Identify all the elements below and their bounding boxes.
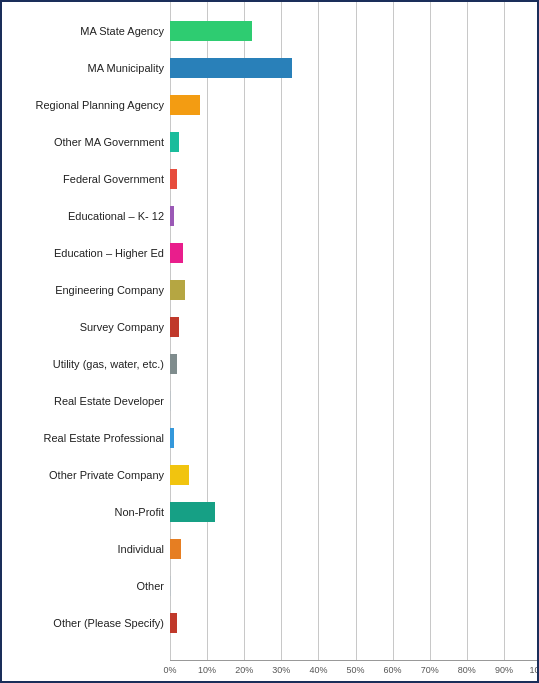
x-tick-label: 90% — [495, 665, 513, 675]
bar-area — [170, 345, 539, 382]
table-row: Federal Government — [2, 160, 539, 197]
table-row: Utility (gas, water, etc.) — [2, 345, 539, 382]
table-row: Regional Planning Agency — [2, 86, 539, 123]
bar — [170, 243, 183, 263]
bar-area — [170, 382, 539, 419]
x-tick-label: 0% — [163, 665, 176, 675]
bar-label: MA Municipality — [2, 62, 170, 74]
bar-label: Other Private Company — [2, 469, 170, 481]
bar-area — [170, 234, 539, 271]
bar — [170, 280, 185, 300]
bar-area — [170, 160, 539, 197]
bar-label: Real Estate Developer — [2, 395, 170, 407]
x-tick-label: 20% — [235, 665, 253, 675]
bar — [170, 58, 292, 78]
bar-label: Utility (gas, water, etc.) — [2, 358, 170, 370]
bar-area — [170, 49, 539, 86]
bar-label: Other (Please Specify) — [2, 617, 170, 629]
table-row: MA Municipality — [2, 49, 539, 86]
bar-label: MA State Agency — [2, 25, 170, 37]
bar — [170, 539, 181, 559]
table-row: Survey Company — [2, 308, 539, 345]
bar-area — [170, 86, 539, 123]
x-tick-label: 30% — [272, 665, 290, 675]
bar-area — [170, 123, 539, 160]
table-row: Engineering Company — [2, 271, 539, 308]
bar — [170, 428, 174, 448]
x-tick-label: 80% — [458, 665, 476, 675]
bar-area — [170, 604, 539, 641]
x-tick-label: 60% — [384, 665, 402, 675]
bar — [170, 613, 177, 633]
x-tick-label: 10% — [198, 665, 216, 675]
bar-area — [170, 493, 539, 530]
table-row: Individual — [2, 530, 539, 567]
x-tick-label: 70% — [421, 665, 439, 675]
table-row: Other (Please Specify) — [2, 604, 539, 641]
table-row: Non-Profit — [2, 493, 539, 530]
table-row: Real Estate Professional — [2, 419, 539, 456]
x-tick-label: 100% — [529, 665, 539, 675]
table-row: Other MA Government — [2, 123, 539, 160]
table-row: Real Estate Developer — [2, 382, 539, 419]
bar-label: Engineering Company — [2, 284, 170, 296]
bar-area — [170, 271, 539, 308]
bar-label: Regional Planning Agency — [2, 99, 170, 111]
bar — [170, 206, 174, 226]
bar-area — [170, 456, 539, 493]
table-row: Education – Higher Ed — [2, 234, 539, 271]
table-row: MA State Agency — [2, 12, 539, 49]
bar-area — [170, 197, 539, 234]
bar-label: Education – Higher Ed — [2, 247, 170, 259]
bar — [170, 354, 177, 374]
bar-label: Other MA Government — [2, 136, 170, 148]
bar — [170, 391, 171, 411]
bar-area — [170, 12, 539, 49]
bar — [170, 502, 215, 522]
bar-label: Individual — [2, 543, 170, 555]
bar-label: Non-Profit — [2, 506, 170, 518]
table-row: Other Private Company — [2, 456, 539, 493]
x-tick-label: 40% — [309, 665, 327, 675]
bar — [170, 21, 252, 41]
bar-area — [170, 419, 539, 456]
bar-label: Other — [2, 580, 170, 592]
bar-label: Real Estate Professional — [2, 432, 170, 444]
bar — [170, 465, 189, 485]
bar-area — [170, 567, 539, 604]
bar — [170, 95, 200, 115]
chart-container: MA State AgencyMA MunicipalityRegional P… — [2, 2, 539, 683]
bar — [170, 576, 171, 596]
x-axis: 0%10%20%30%40%50%60%70%80%90%100% — [170, 660, 539, 683]
bar-label: Survey Company — [2, 321, 170, 333]
bar-label: Educational – K- 12 — [2, 210, 170, 222]
x-tick-label: 50% — [346, 665, 364, 675]
rows-container: MA State AgencyMA MunicipalityRegional P… — [2, 12, 539, 660]
bar-area — [170, 530, 539, 567]
bar-label: Federal Government — [2, 173, 170, 185]
bar-area — [170, 308, 539, 345]
bar — [170, 132, 179, 152]
bar — [170, 169, 177, 189]
table-row: Other — [2, 567, 539, 604]
table-row: Educational – K- 12 — [2, 197, 539, 234]
bar — [170, 317, 179, 337]
